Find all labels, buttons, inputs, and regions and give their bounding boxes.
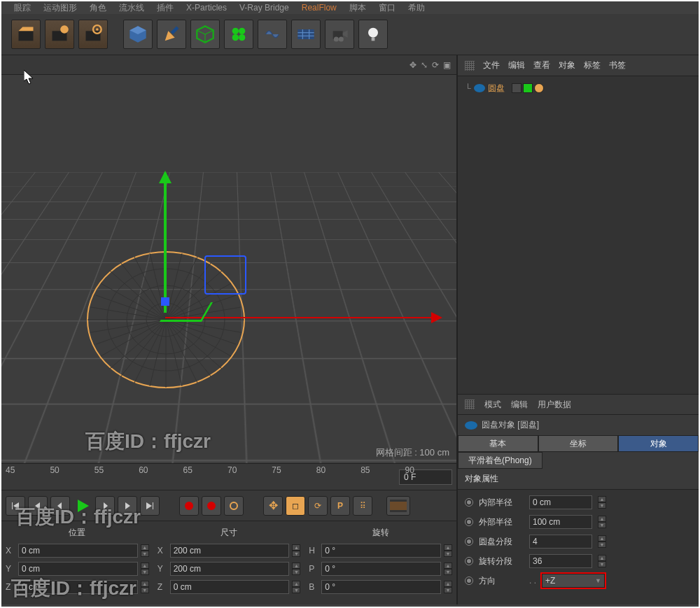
objmgr-menu-bookmarks[interactable]: 书签 [609, 59, 626, 71]
menu-item[interactable]: RealFlow [302, 3, 337, 13]
tab-basic[interactable]: 基本 [458, 435, 538, 452]
render-region-button[interactable] [45, 20, 74, 49]
menu-item[interactable]: 角色 [90, 2, 106, 14]
key-options-button[interactable] [224, 496, 244, 516]
object-tree-item[interactable]: └ 圆盘 [465, 80, 692, 96]
spinner[interactable]: ▲▼ [598, 555, 606, 567]
spinner[interactable]: ▲▼ [141, 544, 149, 557]
spinner[interactable]: ▲▼ [598, 535, 606, 548]
anim-toggle[interactable] [465, 498, 473, 507]
viewport-layout-icon[interactable]: ▣ [443, 60, 451, 70]
spinner[interactable]: ▲▼ [141, 563, 149, 575]
objmgr-menu-object[interactable]: 对象 [559, 59, 575, 71]
size-z-input[interactable]: 0 cm [170, 580, 290, 594]
tab-phong[interactable]: 平滑着色(Phong) [458, 452, 542, 469]
attrmgr-menu-userdata[interactable]: 用户数据 [538, 399, 571, 411]
rot-segments-input[interactable]: 36 [529, 554, 592, 568]
menu-item[interactable]: 脚本 [349, 2, 366, 14]
pos-z-input[interactable]: 0 cm [18, 580, 138, 594]
object-name[interactable]: 圆盘 [488, 83, 505, 94]
spinner[interactable]: ▲▼ [598, 516, 606, 528]
next-frame-button[interactable] [95, 496, 115, 516]
viewport[interactable]: 网格间距 : 100 cm [1, 75, 456, 463]
menu-item[interactable]: 眼踪 [14, 2, 31, 14]
objmgr-menu-tags[interactable]: 标签 [584, 59, 601, 71]
subdivision-button[interactable] [190, 20, 220, 49]
tab-coordinates[interactable]: 坐标 [538, 435, 619, 452]
size-y-input[interactable]: 200 cm [170, 562, 290, 576]
spinner[interactable]: ▲▼ [444, 563, 452, 575]
attrmgr-menu-edit[interactable]: 编辑 [511, 399, 528, 411]
spinner[interactable]: ▲▼ [444, 544, 452, 557]
prev-frame-button[interactable] [50, 496, 70, 516]
spinner[interactable]: ▲▼ [292, 544, 300, 557]
menu-item[interactable]: V-Ray Bridge [239, 3, 289, 13]
objmgr-menu-view[interactable]: 查看 [533, 59, 550, 71]
select-mode-button[interactable]: ◻ [286, 496, 305, 516]
disc-segments-input[interactable]: 4 [529, 535, 592, 549]
spinner[interactable]: ▲▼ [598, 496, 606, 509]
deformer-button[interactable] [258, 20, 287, 49]
viewport-nav-icon[interactable]: ✥ [410, 60, 416, 70]
menu-item[interactable]: 插件 [157, 2, 174, 14]
dots-mode-button[interactable]: ⠿ [353, 496, 372, 516]
menu-item[interactable]: 流水线 [119, 2, 144, 14]
tab-object[interactable]: 对象 [618, 435, 699, 452]
prev-key-button[interactable] [28, 496, 48, 516]
object-tree[interactable]: └ 圆盘 [458, 76, 699, 394]
viewport-zoom-icon[interactable]: ⤡ [421, 60, 428, 70]
objmgr-menu-edit[interactable]: 编辑 [508, 59, 525, 71]
render-button[interactable] [11, 20, 41, 49]
spinner[interactable]: ▲▼ [292, 563, 300, 575]
spinner[interactable]: ▲▼ [292, 581, 300, 593]
attrmgr-menu-mode[interactable]: 模式 [484, 399, 501, 411]
panel-grip-icon[interactable] [465, 400, 475, 409]
camera-button[interactable] [325, 20, 354, 49]
rotate-handle[interactable] [204, 255, 246, 295]
light-button[interactable] [358, 20, 388, 49]
size-x-input[interactable]: 200 cm [170, 544, 290, 558]
anim-toggle[interactable] [465, 518, 473, 526]
point-mode-button[interactable]: P [330, 496, 350, 516]
pen-tool-button[interactable] [157, 20, 186, 49]
menu-item[interactable]: X-Particles [186, 3, 227, 13]
axis-z-handle[interactable] [161, 297, 169, 306]
film-button[interactable] [386, 496, 410, 516]
viewport-rotate-icon[interactable]: ⟳ [432, 60, 439, 70]
move-mode-button[interactable]: ✥ [263, 496, 283, 516]
timeline[interactable]: 45 50 55 60 65 70 75 80 85 90 0 F [1, 463, 456, 490]
axis-y[interactable] [164, 173, 167, 313]
rot-b-input[interactable]: 0 ° [321, 580, 441, 594]
panel-grip-icon[interactable] [465, 61, 475, 71]
cloner-button[interactable] [224, 20, 253, 49]
play-button[interactable] [73, 496, 92, 516]
goto-end-button[interactable] [140, 496, 160, 516]
inner-radius-input[interactable]: 0 cm [529, 495, 592, 509]
autokey-button[interactable] [202, 496, 221, 516]
rotate-mode-button[interactable]: ⟳ [308, 496, 328, 516]
next-key-button[interactable] [118, 496, 137, 516]
render-settings-button[interactable] [78, 20, 108, 49]
spinner[interactable]: ▲▼ [444, 581, 452, 593]
object-tags[interactable] [512, 83, 544, 93]
direction-dropdown[interactable]: +Z ▼ [542, 574, 605, 588]
goto-start-button[interactable] [6, 496, 25, 516]
pos-y-input[interactable]: 0 cm [18, 562, 138, 576]
floor-button[interactable] [291, 20, 321, 49]
rot-p-input[interactable]: 0 ° [321, 562, 441, 576]
outer-radius-input[interactable]: 100 cm [529, 515, 592, 529]
anim-toggle[interactable] [465, 557, 473, 565]
anim-toggle[interactable] [465, 537, 473, 546]
menu-item[interactable]: 运动图形 [43, 2, 77, 14]
timeline-mark: 60 [139, 465, 148, 475]
anim-toggle[interactable] [465, 577, 473, 585]
menu-item[interactable]: 窗口 [379, 2, 396, 14]
pos-x-input[interactable]: 0 cm [18, 544, 138, 558]
cube-tool-button[interactable] [123, 20, 153, 49]
spinner[interactable]: ▲▼ [141, 581, 149, 593]
record-button[interactable] [179, 496, 199, 516]
objmgr-menu-file[interactable]: 文件 [483, 59, 500, 71]
axis-x[interactable] [165, 317, 438, 318]
menu-item[interactable]: 希助 [408, 2, 425, 14]
rot-h-input[interactable]: 0 ° [321, 544, 441, 558]
